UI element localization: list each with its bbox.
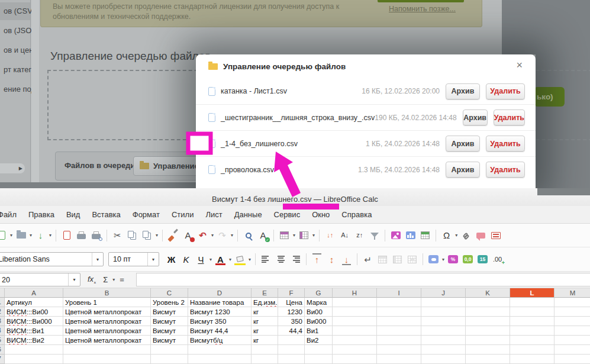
sidebar-collapse-toggle[interactable]: ▶ bbox=[0, 163, 25, 173]
cell-M1[interactable] bbox=[554, 298, 590, 307]
number-format-icon[interactable]: 0,0 bbox=[460, 252, 475, 267]
menu-лист[interactable]: Лист bbox=[199, 207, 228, 222]
cell-F7[interactable] bbox=[278, 355, 305, 364]
sidebar-item[interactable]: ов (CSV) bbox=[4, 7, 35, 15]
find-replace-icon[interactable] bbox=[241, 228, 256, 243]
cell-C1[interactable]: Уровень 2 bbox=[151, 298, 188, 307]
column-header-D[interactable]: D bbox=[188, 288, 252, 298]
redo-icon[interactable]: ↷ bbox=[215, 228, 230, 243]
cell-C3[interactable]: Висмут bbox=[151, 317, 188, 326]
row-header[interactable]: 5 bbox=[0, 336, 5, 345]
cell-E1[interactable]: Ед. изм. bbox=[252, 298, 278, 307]
cell-A3[interactable]: ВИСМ :::Ви000 bbox=[5, 317, 63, 326]
cell-K2[interactable] bbox=[466, 307, 510, 317]
cell-M6[interactable] bbox=[554, 345, 590, 355]
center-vertically-icon[interactable]: ↕ bbox=[324, 252, 339, 267]
column-header-E[interactable]: E bbox=[252, 288, 278, 298]
cell-H1[interactable] bbox=[333, 298, 377, 307]
cell-D4[interactable]: Висмут 44,4 bbox=[188, 326, 252, 336]
column-header-I[interactable]: I bbox=[377, 288, 421, 298]
column-header-C[interactable]: C bbox=[151, 288, 188, 298]
chevron-down-icon[interactable]: ▾ bbox=[68, 273, 80, 286]
column-header-J[interactable]: J bbox=[421, 288, 466, 298]
cell-K3[interactable] bbox=[466, 317, 510, 326]
freeze-rows-columns-icon[interactable] bbox=[418, 228, 433, 243]
cell-H3[interactable] bbox=[333, 317, 377, 326]
cell-A2[interactable]: ВИСМ :::Ви00 bbox=[5, 307, 63, 317]
cell-B3[interactable]: Цветной металлопрокат bbox=[63, 317, 151, 326]
cell-J1[interactable] bbox=[421, 298, 466, 307]
column-header-A[interactable]: A bbox=[5, 288, 63, 298]
cell-D5[interactable]: Висмут б/ц bbox=[188, 336, 252, 345]
cell-A1[interactable]: Артикул bbox=[5, 298, 63, 307]
chevron-down-icon[interactable]: ▾ bbox=[293, 233, 295, 238]
menu-справка[interactable]: Справка bbox=[336, 207, 378, 222]
cell-F4[interactable]: 44,4 bbox=[278, 326, 305, 336]
wrap-text-icon[interactable]: ↵ bbox=[360, 252, 375, 267]
menu-данные[interactable]: Данные bbox=[228, 207, 268, 222]
sort-icon[interactable]: ↓↑ bbox=[323, 228, 337, 243]
cell-F1[interactable]: Цена bbox=[278, 298, 305, 307]
cell-I7[interactable] bbox=[377, 355, 421, 364]
cell-D3[interactable]: Висмут 350 bbox=[188, 317, 252, 326]
insert-comment-icon[interactable] bbox=[473, 228, 488, 243]
cell-C6[interactable] bbox=[151, 345, 188, 355]
cell-L5[interactable] bbox=[510, 336, 554, 345]
banner-green-button-remnant[interactable] bbox=[378, 0, 464, 2]
date-format-icon[interactable]: 15 bbox=[475, 252, 490, 267]
cell-K7[interactable] bbox=[466, 355, 510, 364]
cell-K4[interactable] bbox=[466, 326, 510, 336]
chevron-down-icon[interactable]: ▾ bbox=[229, 257, 231, 262]
row-header[interactable]: 7 bbox=[0, 355, 5, 364]
chevron-down-icon[interactable]: ▾ bbox=[442, 257, 444, 262]
cell-G5[interactable]: Ви2 bbox=[305, 336, 333, 345]
delete-button[interactable]: Удалить bbox=[486, 162, 525, 178]
cell-J7[interactable] bbox=[421, 355, 466, 364]
menu-окно[interactable]: Окно bbox=[306, 207, 336, 222]
underline-icon[interactable]: Ч bbox=[194, 252, 208, 267]
cell-A7[interactable] bbox=[5, 355, 63, 364]
cell-C7[interactable] bbox=[151, 355, 188, 364]
bold-icon[interactable]: Ж bbox=[164, 252, 179, 267]
row-header[interactable]: 1 bbox=[0, 298, 5, 307]
copy-icon[interactable] bbox=[125, 228, 140, 243]
sort-descending-icon[interactable]: z↑ bbox=[352, 228, 367, 243]
chevron-down-icon[interactable]: ▾ bbox=[249, 257, 251, 262]
menu-вставка[interactable]: Вставка bbox=[86, 207, 126, 222]
cell-L3[interactable] bbox=[510, 317, 554, 326]
cell-B4[interactable]: Цветной металлопрокат bbox=[63, 326, 151, 336]
cell-E7[interactable] bbox=[252, 355, 278, 364]
spelling-icon[interactable]: A✓ bbox=[256, 228, 270, 243]
export-pdf-icon[interactable] bbox=[59, 228, 74, 243]
column-header-M[interactable]: M bbox=[554, 288, 590, 298]
sort-ascending-icon[interactable]: A↓ bbox=[337, 228, 352, 243]
row-icon[interactable] bbox=[277, 228, 292, 243]
clone-formatting-icon[interactable] bbox=[166, 228, 180, 243]
print-icon[interactable] bbox=[74, 228, 89, 243]
cell-J5[interactable] bbox=[421, 336, 466, 345]
delete-button[interactable]: Удалить bbox=[486, 136, 525, 152]
cell-J2[interactable] bbox=[421, 307, 466, 317]
cell-B5[interactable]: Цветной металлопрокат bbox=[63, 336, 151, 345]
row-header[interactable]: 2 bbox=[0, 307, 5, 317]
cell-A6[interactable] bbox=[5, 345, 63, 355]
cell-E2[interactable]: кг bbox=[252, 307, 278, 317]
insert-image-icon[interactable] bbox=[388, 228, 403, 243]
cell-M2[interactable] bbox=[554, 307, 590, 317]
cell-K1[interactable] bbox=[466, 298, 510, 307]
autofilter-icon[interactable] bbox=[367, 228, 382, 243]
align-bottom-icon[interactable]: ↓ bbox=[339, 252, 354, 267]
column-header-L[interactable]: L bbox=[510, 288, 554, 298]
chevron-down-icon[interactable]: ▾ bbox=[10, 233, 12, 238]
column-icon[interactable] bbox=[296, 228, 311, 243]
cell-B2[interactable]: Цветной металлопрокат bbox=[63, 307, 151, 317]
chevron-down-icon[interactable]: ▾ bbox=[231, 233, 233, 238]
archive-button[interactable]: Архив bbox=[446, 136, 480, 152]
open-icon[interactable] bbox=[14, 228, 28, 243]
menu-вид[interactable]: Вид bbox=[60, 207, 86, 222]
highlight-color-icon[interactable] bbox=[233, 252, 247, 267]
unmerge-cells-icon[interactable] bbox=[405, 252, 420, 267]
cell-G2[interactable]: Ви00 bbox=[305, 307, 333, 317]
delete-button[interactable]: Удалить bbox=[486, 83, 525, 99]
menu-правка[interactable]: Правка bbox=[22, 207, 60, 222]
